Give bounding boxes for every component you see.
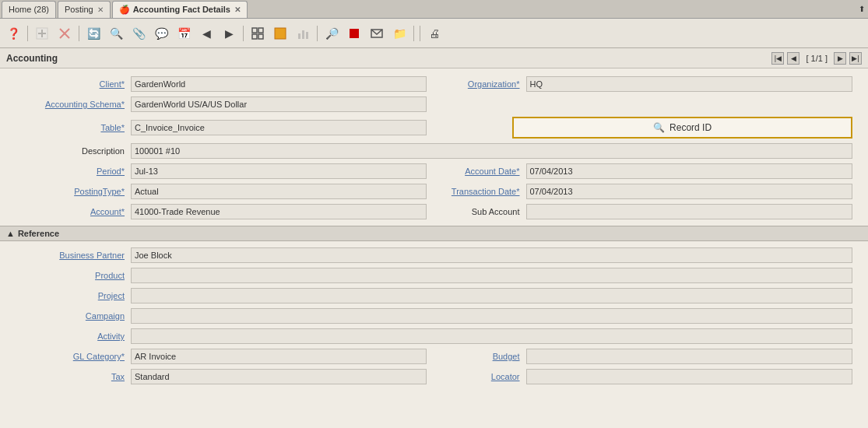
product-label[interactable]: Product — [16, 271, 125, 280]
period-input[interactable] — [131, 163, 427, 179]
nav-first-button[interactable]: |◀ — [771, 52, 784, 65]
svg-rect-9 — [275, 28, 286, 39]
org-field-group: Organization* — [442, 76, 853, 92]
bp-input[interactable] — [131, 247, 852, 263]
account-date-label[interactable]: Account Date* — [442, 167, 520, 176]
campaign-input[interactable] — [131, 308, 852, 324]
schema-label[interactable]: Accounting Schema* — [16, 100, 125, 109]
activity-input[interactable] — [131, 328, 852, 344]
tabs-container: Home (28) Posting ✕ 🍎 Accounting Fact De… — [2, 0, 249, 18]
gl-category-input[interactable] — [131, 349, 427, 364]
posting-type-input[interactable] — [131, 184, 427, 199]
posting-type-label[interactable]: PostingType* — [16, 187, 125, 196]
svg-rect-8 — [258, 34, 263, 39]
new-button[interactable] — [32, 23, 52, 44]
delete-button[interactable] — [54, 23, 75, 44]
apple-icon: 🍎 — [119, 5, 130, 15]
record-id-group: 🔍 Record ID — [442, 117, 853, 139]
toolbar-sep-3 — [243, 26, 244, 41]
print-button[interactable]: 🖨 — [424, 23, 445, 44]
client-input[interactable] — [131, 76, 427, 92]
product-row: Product — [16, 268, 852, 283]
activity-label[interactable]: Activity — [16, 332, 125, 341]
tab-accounting[interactable]: 🍎 Accounting Fact Details ✕ — [112, 1, 248, 18]
tab-posting-label: Posting — [65, 5, 93, 14]
email-button[interactable] — [367, 23, 387, 44]
account-label[interactable]: Account* — [16, 207, 125, 216]
nav-last-button[interactable]: ▶| — [849, 52, 862, 65]
chart-button[interactable] — [293, 23, 313, 44]
help-button[interactable]: ❓ — [3, 23, 23, 44]
bp-row: Business Partner — [16, 247, 852, 263]
toolbar-sep-4 — [317, 26, 318, 41]
period-field-group: Period* — [16, 163, 427, 179]
tab-posting[interactable]: Posting ✕ — [58, 1, 111, 18]
svg-rect-6 — [258, 28, 263, 33]
locator-input[interactable] — [526, 369, 853, 384]
table-input[interactable] — [131, 120, 427, 135]
client-org-row: Client* Organization* — [16, 76, 852, 92]
budget-label[interactable]: Budget — [442, 352, 520, 361]
table-label[interactable]: Table* — [16, 123, 125, 132]
record-id-button[interactable]: 🔍 Record ID — [512, 117, 852, 139]
period-label[interactable]: Period* — [16, 167, 125, 176]
attach-button[interactable]: 📎 — [128, 23, 149, 44]
project-label[interactable]: Project — [16, 291, 125, 300]
next-button[interactable]: ▶ — [219, 23, 239, 44]
tab-posting-close[interactable]: ✕ — [97, 5, 104, 14]
tax-label[interactable]: Tax — [16, 372, 125, 381]
grid-button[interactable] — [248, 23, 268, 44]
gl-category-group: GL Category* — [16, 349, 427, 364]
archive-button[interactable]: 📅 — [174, 23, 194, 44]
client-label[interactable]: Client* — [16, 79, 125, 89]
description-input[interactable] — [131, 143, 852, 159]
tab-accounting-label: Accounting Fact Details — [133, 5, 230, 14]
tab-collapse-button[interactable]: ⬆ — [856, 5, 868, 13]
org-input[interactable] — [526, 76, 853, 92]
account-input[interactable] — [131, 204, 427, 219]
app-header: Accounting |◀ ◀ [ 1/1 ] ▶ ▶| — [0, 48, 868, 68]
project-field-group: Project — [16, 288, 852, 303]
org-label[interactable]: Organization* — [442, 79, 520, 89]
svg-rect-11 — [302, 30, 304, 39]
toolbar: ❓ 🔄 🔍 📎 💬 📅 ◀ ▶ 🔎 📁 🖨 — [0, 19, 868, 48]
budget-input[interactable] — [526, 349, 853, 364]
red-square-button[interactable] — [344, 23, 364, 44]
locator-label[interactable]: Locator — [442, 372, 520, 381]
nav-info: [ 1/1 ] — [803, 54, 831, 63]
account-date-field-group: Account Date* — [442, 163, 853, 179]
project-row: Project — [16, 288, 852, 303]
folder-button[interactable]: 📁 — [389, 23, 409, 44]
posting-transaction-row: PostingType* Transaction Date* — [16, 184, 852, 199]
zoom-button[interactable]: 🔎 — [322, 23, 342, 44]
svg-rect-13 — [350, 29, 359, 38]
schema-input[interactable] — [131, 96, 427, 112]
svg-rect-7 — [252, 34, 257, 39]
project-input[interactable] — [131, 288, 852, 303]
nav-prev-button[interactable]: ◀ — [787, 52, 799, 65]
note-button[interactable]: 💬 — [151, 23, 171, 44]
transaction-date-label[interactable]: Transaction Date* — [442, 187, 520, 196]
tax-input[interactable] — [131, 369, 427, 384]
tab-accounting-close[interactable]: ✕ — [234, 5, 241, 14]
nav-controls: |◀ ◀ [ 1/1 ] ▶ ▶| — [771, 52, 862, 65]
schema-row: Accounting Schema* — [16, 96, 852, 112]
campaign-label[interactable]: Campaign — [16, 311, 125, 321]
description-row: Description — [16, 143, 852, 159]
reference-section-header[interactable]: ▲ Reference — [0, 226, 868, 241]
svg-rect-10 — [298, 33, 300, 39]
refresh-button[interactable]: 🔄 — [83, 23, 104, 44]
gl-category-label[interactable]: GL Category* — [16, 352, 125, 361]
tab-home[interactable]: Home (28) — [2, 1, 56, 18]
bp-label[interactable]: Business Partner — [16, 251, 125, 260]
sub-account-input[interactable] — [526, 204, 853, 219]
transaction-date-input[interactable] — [526, 184, 853, 199]
nav-next-button[interactable]: ▶ — [834, 52, 846, 65]
find-button[interactable]: 🔍 — [106, 23, 126, 44]
table-field-group: Table* — [16, 120, 427, 135]
account-date-input[interactable] — [526, 163, 853, 179]
toolbar-sep-6 — [420, 26, 420, 41]
product-input[interactable] — [131, 268, 852, 283]
prev-button[interactable]: ◀ — [196, 23, 216, 44]
form-button[interactable] — [270, 23, 290, 44]
